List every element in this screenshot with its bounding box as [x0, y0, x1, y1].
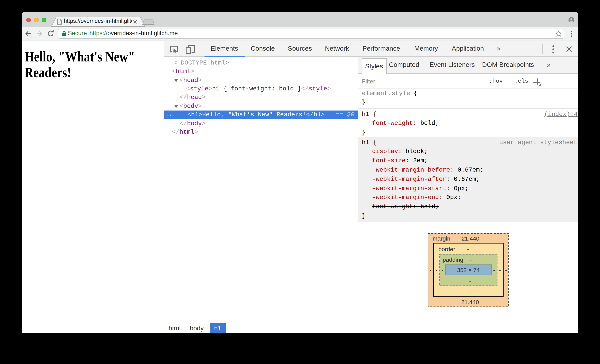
svg-text:padding: padding — [443, 256, 463, 263]
svg-text:-: - — [505, 267, 507, 273]
svg-text:-: - — [469, 288, 471, 294]
svg-text:-: - — [467, 246, 469, 252]
svg-text:-: - — [499, 267, 501, 273]
svg-text:-: - — [469, 278, 471, 284]
svg-text:-: - — [493, 267, 495, 273]
svg-text:margin: margin — [433, 235, 450, 242]
svg-text:-: - — [470, 256, 472, 263]
svg-text:-: - — [441, 267, 443, 273]
svg-text:border: border — [438, 246, 455, 252]
svg-text:21.440: 21.440 — [461, 299, 479, 305]
svg-text:-: - — [430, 267, 431, 273]
svg-text:-: - — [435, 267, 437, 273]
svg-text:21.440: 21.440 — [462, 235, 479, 242]
svg-text:352 × 74: 352 × 74 — [457, 267, 480, 273]
